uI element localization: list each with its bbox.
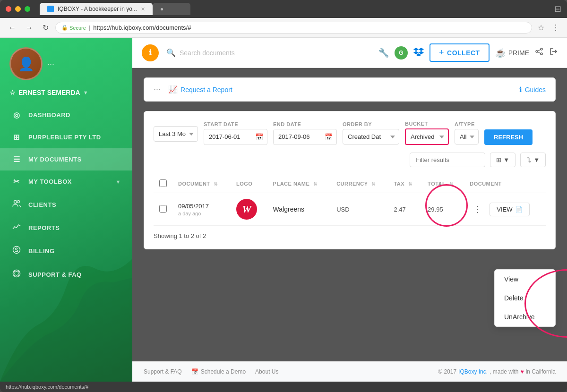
made-with-text: , made with: [490, 368, 518, 375]
reports-icon: [11, 223, 22, 232]
menu-button[interactable]: ⋮: [550, 21, 561, 34]
place-sort-icon[interactable]: ⇅: [313, 181, 318, 187]
filter-row-1: Last 3 Mo START DATE 📅 END DATE: [154, 121, 546, 145]
report-dots-button[interactable]: ···: [154, 85, 161, 94]
user-name-display[interactable]: ☆ ERNEST SEMERDA ▼: [9, 89, 123, 96]
collect-button[interactable]: + COLLECT: [430, 43, 490, 62]
grid-view-icon: ⊞: [496, 156, 501, 163]
view-button[interactable]: VIEW 📄: [490, 203, 530, 216]
start-date-input[interactable]: [204, 129, 251, 144]
profile-dots-button[interactable]: ···: [47, 59, 54, 69]
logout-icon[interactable]: [549, 47, 558, 58]
period-filter: Last 3 Mo: [154, 124, 198, 142]
address-bar[interactable]: 🔒 Secure | https://hub.iqboxy.com/docume…: [55, 22, 532, 34]
svg-point-9: [541, 48, 542, 50]
document-sort-icon[interactable]: ⇅: [214, 181, 218, 187]
start-date-filter: START DATE 📅: [204, 121, 267, 145]
row-checkbox[interactable]: [159, 205, 167, 213]
bucket-select[interactable]: Archived: [405, 128, 449, 145]
tab-area: IQBOXY - A bookkeeper in yo... ✕ ●: [34, 3, 550, 15]
forward-button[interactable]: →: [23, 22, 36, 34]
sidebar-item-label: SUPPORT & FAQ: [28, 271, 82, 278]
iqboxy-brand: IQBoxy Inc.: [458, 368, 488, 375]
sidebar-item-company[interactable]: ⊞ PURPLEBLUE PTY LTD: [0, 126, 132, 148]
bookmark-button[interactable]: ☆: [536, 21, 546, 34]
back-button[interactable]: ←: [6, 22, 19, 34]
dropdown-delete-item[interactable]: Delete: [495, 289, 555, 307]
tax-sort-icon[interactable]: ⇅: [408, 181, 412, 187]
end-date-calendar-icon[interactable]: 📅: [321, 129, 336, 145]
wrench-icon[interactable]: 🔧: [378, 48, 389, 58]
status-url: https://hub.iqboxy.com/documents/#: [6, 384, 88, 390]
chevron-down-icon: ▼: [83, 90, 88, 95]
toolbox-icon: ✂: [11, 177, 22, 186]
document-icon: 📄: [515, 206, 523, 213]
inactive-tab[interactable]: ●: [153, 3, 190, 15]
order-by-label: ORDER BY: [343, 121, 399, 127]
sidebar-profile: 👤 ···: [0, 38, 132, 85]
bucket-label: BUCKET: [405, 121, 449, 127]
row-currency: USD: [336, 206, 349, 213]
browser-titlebar: IQBOXY - A bookkeeper in yo... ✕ ● ⊟: [0, 0, 567, 18]
end-date-input[interactable]: [274, 129, 321, 144]
info-button[interactable]: ℹ: [142, 44, 159, 61]
order-by-select[interactable]: Created Dat: [343, 129, 399, 145]
active-browser-tab[interactable]: IQBOXY - A bookkeeper in yo... ✕: [40, 3, 153, 15]
row-tax: 2.47: [394, 206, 405, 213]
tab-title: IQBOXY - A bookkeeper in yo...: [58, 6, 137, 12]
row-tax-cell: 2.47: [388, 193, 422, 226]
prime-button[interactable]: ☕ PRIME: [495, 48, 529, 58]
dropbox-icon[interactable]: [413, 47, 424, 59]
close-traffic-light[interactable]: [6, 6, 11, 12]
fullscreen-traffic-light[interactable]: [25, 6, 30, 12]
type-select[interactable]: All: [455, 129, 479, 145]
svg-point-10: [536, 51, 538, 52]
select-all-checkbox[interactable]: [159, 179, 167, 187]
select-all-col: [154, 175, 172, 193]
period-select[interactable]: Last 3 Mo: [154, 126, 198, 142]
tax-col-header: TAX ⇅: [388, 175, 422, 193]
sidebar-item-dashboard[interactable]: ◎ DASHBOARD: [0, 104, 132, 126]
row-actions-cell: ⋮ VIEW 📄: [464, 193, 546, 226]
tab-close-button[interactable]: ✕: [141, 6, 145, 12]
collect-label: COLLECT: [447, 49, 480, 57]
sidebar-item-reports[interactable]: REPORTS: [0, 216, 132, 239]
info-circle-icon: ℹ: [519, 85, 522, 94]
sidebar-item-my-documents[interactable]: ☰ MY DOCUMENTS: [0, 148, 132, 170]
currency-col-header: CURRENCY ⇅: [331, 175, 388, 193]
sidebar-item-label: BILLING: [28, 247, 55, 255]
footer: Support & FAQ 📅 Schedule a Demo About Us…: [132, 361, 567, 382]
more-options-button[interactable]: ⋮: [470, 202, 486, 216]
table-header-row: DOCUMENT ⇅ LOGO PLACE NAME ⇅: [154, 175, 546, 193]
reload-button[interactable]: ↻: [40, 21, 52, 34]
currency-sort-icon[interactable]: ⇅: [371, 181, 376, 187]
refresh-button[interactable]: REFRESH: [484, 129, 533, 145]
status-bar: https://hub.iqboxy.com/documents/#: [0, 382, 567, 392]
end-date-input-container: 📅: [273, 129, 337, 145]
schedule-demo-link[interactable]: 📅 Schedule a Demo: [191, 368, 246, 375]
minimize-traffic-light[interactable]: [15, 6, 21, 12]
chart-icon: 📈: [168, 85, 178, 94]
guides-button[interactable]: ℹ Guides: [519, 85, 546, 94]
plus-icon: +: [439, 48, 444, 58]
request-report-link[interactable]: 📈 Request a Report: [168, 85, 232, 94]
filter-results-input[interactable]: [410, 153, 485, 167]
sort-toggle-button[interactable]: ⇅ ▼: [520, 153, 546, 167]
support-faq-link[interactable]: Support & FAQ: [144, 368, 182, 375]
start-date-calendar-icon[interactable]: 📅: [251, 129, 267, 145]
total-sort-icon[interactable]: ⇅: [449, 181, 454, 187]
dropdown-unarchive-item[interactable]: UnArchive: [495, 307, 555, 326]
sidebar-item-billing[interactable]: BILLING: [0, 239, 132, 263]
table-header: DOCUMENT ⇅ LOGO PLACE NAME ⇅: [154, 175, 546, 193]
main-wrapper: ℹ 🔍 Search documents 🔧 G: [132, 38, 567, 382]
about-us-link[interactable]: About Us: [255, 368, 278, 375]
sidebar-item-my-toolbox[interactable]: ✂ MY TOOLBOX ▼: [0, 170, 132, 193]
iqboxy-link[interactable]: IQBoxy Inc.: [458, 368, 488, 375]
share-icon[interactable]: [535, 47, 543, 58]
refresh-label: REFRESH: [494, 134, 523, 141]
sidebar-item-support[interactable]: SUPPORT & FAQ: [0, 263, 132, 286]
sidebar-item-clients[interactable]: CLIENTS: [0, 193, 132, 216]
start-date-label: START DATE: [204, 121, 267, 127]
dropdown-view-item[interactable]: View: [495, 270, 555, 289]
view-toggle-button[interactable]: ⊞ ▼: [490, 153, 515, 167]
